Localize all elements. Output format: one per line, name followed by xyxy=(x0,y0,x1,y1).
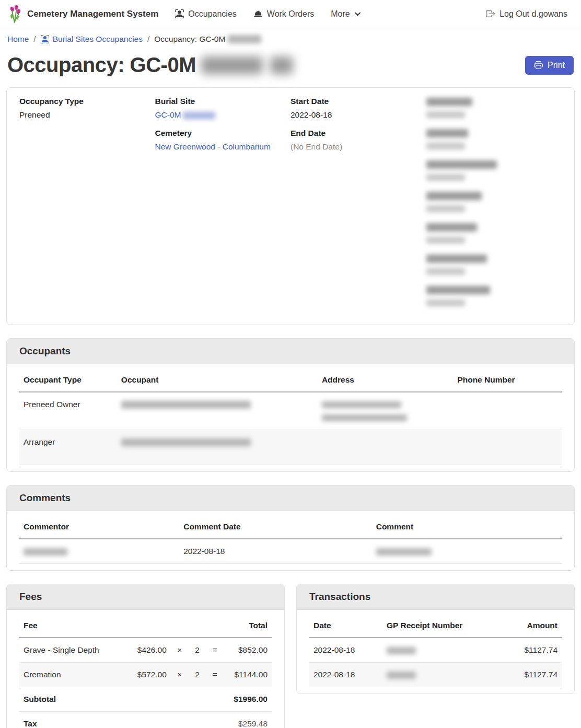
redacted-occupant-name xyxy=(121,401,251,409)
redacted-label xyxy=(426,286,490,294)
nav-item-more[interactable]: More xyxy=(331,9,361,19)
breadcrumb-occupancies-link[interactable]: Burial Sites Occupancies xyxy=(53,34,143,44)
print-label: Print xyxy=(548,61,565,70)
phone-cell xyxy=(453,392,562,430)
breadcrumb-separator: / xyxy=(147,34,149,44)
fee-total-cell: $852.00 xyxy=(224,638,272,663)
burial-site-label: Burial Site xyxy=(155,97,291,106)
occupants-section-title: Occupants xyxy=(7,339,574,364)
fee-times-cell: × xyxy=(171,663,189,687)
fees-card: Fees Fee Total Grave - Single Depth xyxy=(6,584,285,728)
transaction-amount-cell: $1127.74 xyxy=(491,663,562,687)
fee-unit-cell: $426.00 xyxy=(125,638,171,663)
nav-label-occupancies: Occupancies xyxy=(188,9,237,19)
logout-button[interactable]: Log Out d.gowans xyxy=(486,9,567,19)
fees-section-title: Fees xyxy=(7,584,284,610)
nav-item-work-orders[interactable]: Work Orders xyxy=(253,9,314,19)
top-navbar: Cemetery Management System Occupancies W… xyxy=(0,0,581,28)
nav-item-occupancies[interactable]: Occupancies xyxy=(175,9,237,19)
logout-icon xyxy=(486,9,495,18)
app-brand[interactable]: Cemetery Management System xyxy=(8,5,158,23)
col-header-address: Address xyxy=(318,367,454,392)
transaction-amount-cell: $1127.74 xyxy=(491,638,562,663)
start-date-value: 2022-08-18 xyxy=(290,110,426,120)
start-date-label: Start Date xyxy=(290,97,426,106)
occupancy-details-card: Occupancy Type Preneed Burial Site GC-0M… xyxy=(6,87,575,325)
col-header-commentor: Commentor xyxy=(19,514,179,539)
details-col-1: Occupancy Type Preneed xyxy=(19,97,155,316)
redacted-value xyxy=(426,111,465,118)
burial-site-link[interactable]: GC-0M xyxy=(155,110,181,119)
cemetery-label: Cemetery xyxy=(155,129,291,138)
fee-equals-cell: = xyxy=(206,663,224,687)
tax-row: Tax $259.48 xyxy=(19,712,272,728)
redacted-receipt-number xyxy=(387,672,416,679)
address-cell xyxy=(318,430,454,465)
redacted-text xyxy=(270,56,293,74)
redacted-label xyxy=(426,129,468,137)
printer-icon xyxy=(534,61,543,70)
logout-label: Log Out d.gowans xyxy=(499,9,567,19)
transactions-section-title: Transactions xyxy=(297,584,574,610)
col-header-comment: Comment xyxy=(372,514,562,539)
transaction-date-cell: 2022-08-18 xyxy=(309,663,382,687)
tax-value: $259.48 xyxy=(224,712,272,728)
comments-section-title: Comments xyxy=(7,486,574,511)
redacted-text xyxy=(183,112,215,119)
nav-label-more: More xyxy=(331,9,350,19)
cemetery-link[interactable]: New Greenwood - Columbarium xyxy=(155,142,271,151)
fee-name-cell: Grave - Single Depth xyxy=(19,638,125,663)
redacted-address-line xyxy=(322,401,401,408)
fee-row: Cremation $572.00 × 2 = $1144.00 xyxy=(19,663,272,687)
table-row: 2022-08-18 xyxy=(19,539,562,564)
breadcrumb-current: Occupancy: GC-0M xyxy=(154,34,261,44)
transactions-card: Transactions Date GP Receipt Number Amou… xyxy=(296,584,575,694)
occupant-type-cell: Arranger xyxy=(19,430,117,465)
fee-qty-cell: 2 xyxy=(189,663,206,687)
fee-row: Grave - Single Depth $426.00 × 2 = $852.… xyxy=(19,638,272,663)
redacted-occupant-name xyxy=(121,438,251,446)
redacted-receipt-number xyxy=(387,647,416,654)
redacted-value xyxy=(426,299,465,306)
person-bounding-box-icon xyxy=(175,9,184,18)
col-header-occupant: Occupant xyxy=(117,367,318,392)
nav-label-work-orders: Work Orders xyxy=(267,9,314,19)
transaction-date-cell: 2022-08-18 xyxy=(309,638,382,663)
transaction-row: 2022-08-18 $1127.74 xyxy=(309,638,562,663)
tulip-bouquet-logo-icon xyxy=(8,5,22,23)
occupants-card: Occupants Occupant Type Occupant Address… xyxy=(6,338,575,472)
redacted-value xyxy=(426,237,465,244)
col-header-phone-number: Phone Number xyxy=(453,367,562,392)
redacted-label xyxy=(426,192,482,200)
hard-hat-icon xyxy=(253,9,263,19)
subtotal-value: $1996.00 xyxy=(224,687,272,712)
redacted-value xyxy=(426,205,465,212)
fee-times-cell: × xyxy=(171,638,189,663)
page-title: Occupancy: GC-0M xyxy=(7,53,293,77)
tax-label: Tax xyxy=(19,712,125,728)
transactions-table: Date GP Receipt Number Amount 2022-08-18… xyxy=(309,613,562,687)
details-col-3: Start Date 2022-08-18 End Date (No End D… xyxy=(290,97,426,316)
fee-qty-cell: 2 xyxy=(189,638,206,663)
col-header-fee: Fee xyxy=(19,613,125,638)
print-button[interactable]: Print xyxy=(525,56,574,75)
redacted-label xyxy=(426,223,477,232)
redacted-value xyxy=(426,268,465,275)
details-col-4-redacted xyxy=(426,97,562,316)
phone-cell xyxy=(453,430,562,465)
details-col-2: Burial Site GC-0M Cemetery New Greenwood… xyxy=(155,97,291,316)
col-header-comment-date: Comment Date xyxy=(179,514,371,539)
end-date-label: End Date xyxy=(290,129,426,138)
comments-table: Commentor Comment Date Comment 2022-08-1… xyxy=(19,514,562,564)
redacted-value xyxy=(426,143,465,149)
col-header-date: Date xyxy=(309,613,382,638)
occupancy-type-label: Occupancy Type xyxy=(19,97,155,106)
comments-card: Comments Commentor Comment Date Comment … xyxy=(6,485,575,571)
bottom-two-column-row: Fees Fee Total Grave - Single Depth xyxy=(6,584,575,728)
person-bounding-box-icon xyxy=(41,35,49,43)
breadcrumb-home-link[interactable]: Home xyxy=(7,34,29,44)
end-date-value: (No End Date) xyxy=(290,142,426,152)
col-header-total: Total xyxy=(224,613,272,638)
redacted-address-line xyxy=(322,414,407,421)
comment-date-cell: 2022-08-18 xyxy=(179,539,371,564)
